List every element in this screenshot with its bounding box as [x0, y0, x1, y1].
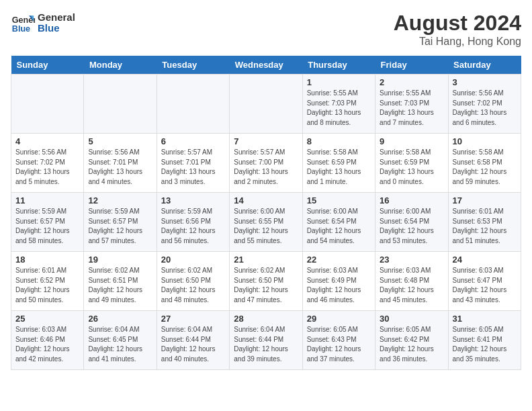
calendar-header-row: SundayMondayTuesdayWednesdayThursdayFrid…: [11, 56, 521, 75]
day-number: 6: [161, 136, 225, 146]
calendar-cell: [11, 75, 84, 134]
day-number: 5: [88, 136, 152, 146]
calendar-week-row: 11Sunrise: 5:59 AM Sunset: 6:57 PM Dayli…: [11, 193, 521, 252]
day-info: Sunrise: 6:04 AM Sunset: 6:44 PM Dayligh…: [234, 325, 298, 364]
calendar-cell: 1Sunrise: 5:55 AM Sunset: 7:03 PM Daylig…: [302, 75, 375, 134]
day-info: Sunrise: 5:59 AM Sunset: 6:57 PM Dayligh…: [88, 207, 152, 246]
calendar-cell: 14Sunrise: 6:00 AM Sunset: 6:55 PM Dayli…: [230, 193, 302, 252]
calendar-table: SundayMondayTuesdayWednesdayThursdayFrid…: [11, 56, 521, 370]
day-info: Sunrise: 6:03 AM Sunset: 6:49 PM Dayligh…: [307, 266, 371, 305]
day-number: 12: [88, 195, 152, 205]
day-info: Sunrise: 5:57 AM Sunset: 7:01 PM Dayligh…: [161, 148, 225, 187]
day-number: 16: [380, 195, 443, 205]
calendar-cell: 19Sunrise: 6:02 AM Sunset: 6:51 PM Dayli…: [84, 252, 157, 311]
page-header: General Blue General Blue August 2024 Ta…: [11, 11, 521, 48]
day-info: Sunrise: 5:59 AM Sunset: 6:57 PM Dayligh…: [15, 207, 79, 246]
day-info: Sunrise: 5:58 AM Sunset: 6:59 PM Dayligh…: [307, 148, 371, 187]
day-number: 21: [234, 255, 298, 265]
day-number: 13: [161, 195, 225, 205]
day-number: 2: [380, 77, 443, 87]
calendar-subtitle: Tai Hang, Hong Kong: [394, 36, 521, 48]
day-info: Sunrise: 6:05 AM Sunset: 6:43 PM Dayligh…: [307, 325, 371, 364]
day-number: 11: [15, 195, 79, 205]
calendar-cell: 27Sunrise: 6:04 AM Sunset: 6:44 PM Dayli…: [157, 311, 229, 370]
calendar-cell: 15Sunrise: 6:00 AM Sunset: 6:54 PM Dayli…: [302, 193, 375, 252]
day-info: Sunrise: 6:03 AM Sunset: 6:47 PM Dayligh…: [453, 266, 517, 305]
logo-line1: General: [38, 12, 75, 24]
day-info: Sunrise: 6:02 AM Sunset: 6:51 PM Dayligh…: [88, 266, 152, 305]
day-number: 8: [307, 136, 371, 146]
calendar-cell: 29Sunrise: 6:05 AM Sunset: 6:43 PM Dayli…: [302, 311, 375, 370]
calendar-cell: 5Sunrise: 5:56 AM Sunset: 7:01 PM Daylig…: [84, 134, 157, 193]
calendar-cell: 10Sunrise: 5:58 AM Sunset: 6:58 PM Dayli…: [448, 134, 521, 193]
header-saturday: Saturday: [448, 56, 521, 75]
day-number: 19: [88, 255, 152, 265]
day-number: 22: [307, 255, 371, 265]
header-sunday: Sunday: [11, 56, 84, 75]
calendar-cell: 30Sunrise: 6:05 AM Sunset: 6:42 PM Dayli…: [375, 311, 448, 370]
day-number: 17: [453, 195, 517, 205]
day-info: Sunrise: 6:01 AM Sunset: 6:53 PM Dayligh…: [453, 207, 517, 246]
day-info: Sunrise: 5:59 AM Sunset: 6:56 PM Dayligh…: [161, 207, 225, 246]
svg-text:Blue: Blue: [12, 24, 30, 34]
calendar-cell: 13Sunrise: 5:59 AM Sunset: 6:56 PM Dayli…: [157, 193, 229, 252]
calendar-cell: 31Sunrise: 6:05 AM Sunset: 6:41 PM Dayli…: [448, 311, 521, 370]
day-number: 23: [380, 255, 443, 265]
day-number: 3: [453, 77, 517, 87]
day-number: 9: [380, 136, 443, 146]
logo-line2: Blue: [38, 23, 75, 34]
day-number: 20: [161, 255, 225, 265]
calendar-week-row: 1Sunrise: 5:55 AM Sunset: 7:03 PM Daylig…: [11, 75, 521, 134]
calendar-cell: 6Sunrise: 5:57 AM Sunset: 7:01 PM Daylig…: [157, 134, 229, 193]
logo-icon: General Blue: [11, 11, 35, 35]
day-info: Sunrise: 6:03 AM Sunset: 6:46 PM Dayligh…: [15, 325, 79, 364]
calendar-cell: 20Sunrise: 6:02 AM Sunset: 6:50 PM Dayli…: [157, 252, 229, 311]
day-number: 30: [380, 314, 443, 324]
day-info: Sunrise: 5:56 AM Sunset: 7:02 PM Dayligh…: [15, 148, 79, 187]
day-info: Sunrise: 6:04 AM Sunset: 6:44 PM Dayligh…: [161, 325, 225, 364]
day-number: 29: [307, 314, 371, 324]
calendar-cell: 17Sunrise: 6:01 AM Sunset: 6:53 PM Dayli…: [448, 193, 521, 252]
calendar-week-row: 4Sunrise: 5:56 AM Sunset: 7:02 PM Daylig…: [11, 134, 521, 193]
day-number: 27: [161, 314, 225, 324]
day-number: 18: [15, 255, 79, 265]
calendar-cell: [157, 75, 229, 134]
day-number: 24: [453, 255, 517, 265]
calendar-week-row: 25Sunrise: 6:03 AM Sunset: 6:46 PM Dayli…: [11, 311, 521, 370]
day-info: Sunrise: 5:58 AM Sunset: 6:58 PM Dayligh…: [453, 148, 517, 187]
header-monday: Monday: [84, 56, 157, 75]
calendar-cell: 11Sunrise: 5:59 AM Sunset: 6:57 PM Dayli…: [11, 193, 84, 252]
header-tuesday: Tuesday: [157, 56, 229, 75]
calendar-cell: 28Sunrise: 6:04 AM Sunset: 6:44 PM Dayli…: [230, 311, 302, 370]
header-friday: Friday: [375, 56, 448, 75]
calendar-cell: 9Sunrise: 5:58 AM Sunset: 6:59 PM Daylig…: [375, 134, 448, 193]
logo: General Blue General Blue: [11, 11, 75, 35]
day-number: 31: [453, 314, 517, 324]
calendar-cell: 26Sunrise: 6:04 AM Sunset: 6:45 PM Dayli…: [84, 311, 157, 370]
day-info: Sunrise: 6:02 AM Sunset: 6:50 PM Dayligh…: [234, 266, 298, 305]
calendar-week-row: 18Sunrise: 6:01 AM Sunset: 6:52 PM Dayli…: [11, 252, 521, 311]
day-info: Sunrise: 6:00 AM Sunset: 6:54 PM Dayligh…: [307, 207, 371, 246]
calendar-cell: 23Sunrise: 6:03 AM Sunset: 6:48 PM Dayli…: [375, 252, 448, 311]
day-number: 15: [307, 195, 371, 205]
day-info: Sunrise: 6:03 AM Sunset: 6:48 PM Dayligh…: [380, 266, 443, 305]
day-info: Sunrise: 6:05 AM Sunset: 6:42 PM Dayligh…: [380, 325, 443, 364]
calendar-cell: 24Sunrise: 6:03 AM Sunset: 6:47 PM Dayli…: [448, 252, 521, 311]
header-wednesday: Wednesday: [230, 56, 302, 75]
day-info: Sunrise: 5:56 AM Sunset: 7:01 PM Dayligh…: [88, 148, 152, 187]
day-info: Sunrise: 5:57 AM Sunset: 7:00 PM Dayligh…: [234, 148, 298, 187]
day-number: 26: [88, 314, 152, 324]
calendar-cell: 7Sunrise: 5:57 AM Sunset: 7:00 PM Daylig…: [230, 134, 302, 193]
calendar-cell: [84, 75, 157, 134]
day-info: Sunrise: 6:04 AM Sunset: 6:45 PM Dayligh…: [88, 325, 152, 364]
day-info: Sunrise: 6:02 AM Sunset: 6:50 PM Dayligh…: [161, 266, 225, 305]
day-info: Sunrise: 6:00 AM Sunset: 6:55 PM Dayligh…: [234, 207, 298, 246]
day-number: 10: [453, 136, 517, 146]
day-number: 1: [307, 77, 371, 87]
calendar-cell: 8Sunrise: 5:58 AM Sunset: 6:59 PM Daylig…: [302, 134, 375, 193]
day-info: Sunrise: 5:58 AM Sunset: 6:59 PM Dayligh…: [380, 148, 443, 187]
day-info: Sunrise: 6:01 AM Sunset: 6:52 PM Dayligh…: [15, 266, 79, 305]
calendar-cell: 16Sunrise: 6:00 AM Sunset: 6:54 PM Dayli…: [375, 193, 448, 252]
day-info: Sunrise: 6:05 AM Sunset: 6:41 PM Dayligh…: [453, 325, 517, 364]
calendar-cell: 4Sunrise: 5:56 AM Sunset: 7:02 PM Daylig…: [11, 134, 84, 193]
